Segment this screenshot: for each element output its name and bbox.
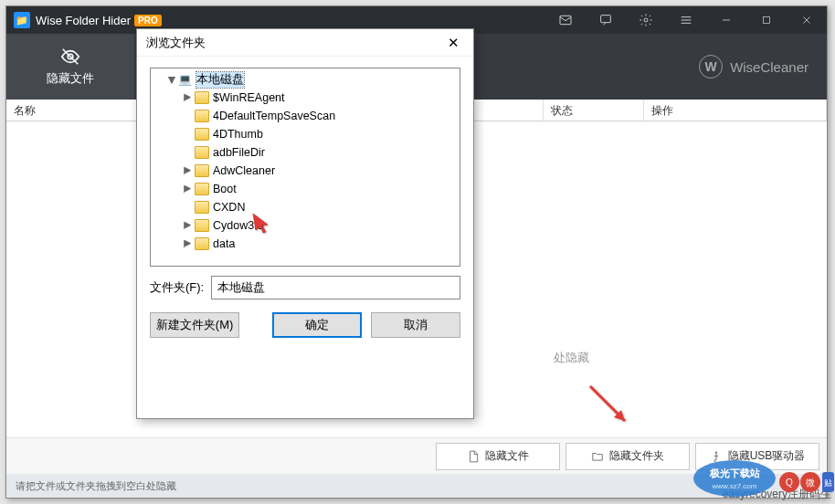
dialog-buttons: 新建文件夹(M) 确定 取消 <box>150 312 460 338</box>
tree-node[interactable]: ⯈Cydow3.0 <box>151 216 460 235</box>
svg-point-2 <box>644 18 648 22</box>
tree-node[interactable]: 4DefaultTempSaveScan <box>151 107 460 125</box>
tree-node[interactable]: ⯈data <box>151 235 460 253</box>
tree-node[interactable]: 4DThumb <box>151 125 460 143</box>
tree-node-label: 4DThumb <box>213 128 263 141</box>
bottom-bar: 隐藏文件 隐藏文件夹 隐藏USB驱动器 <box>6 437 827 474</box>
expand-arrow-icon[interactable]: ⯈ <box>182 239 195 249</box>
drop-hint: 处隐藏 <box>554 350 589 366</box>
svg-rect-1 <box>601 16 611 23</box>
app-title: Wise Folder Hider <box>36 14 131 27</box>
brand-text: WiseCleaner <box>730 59 809 75</box>
tree-node-label: 4DefaultTempSaveScan <box>213 110 335 122</box>
dialog-title: 浏览文件夹 <box>146 35 206 51</box>
dialog-titlebar: 浏览文件夹 ✕ <box>137 29 473 57</box>
tree-node[interactable]: ⯈$WinREAgent <box>151 89 460 107</box>
ok-button[interactable]: 确定 <box>272 312 362 338</box>
brand: W WiseCleaner <box>699 55 809 79</box>
folder-tree[interactable]: ⯆ 💻 本地磁盘 ⯈$WinREAgent4DefaultTempSaveSca… <box>150 68 460 267</box>
folder-field-input[interactable] <box>211 276 460 299</box>
expand-arrow-icon[interactable]: ⯈ <box>182 184 195 194</box>
folder-icon <box>195 91 209 104</box>
file-icon <box>467 450 480 463</box>
menu-icon[interactable] <box>666 6 706 34</box>
folder-icon <box>195 183 209 195</box>
tab-label: 隐藏文件 <box>47 70 94 87</box>
tree-node-label: $WinREAgent <box>213 91 285 104</box>
expand-arrow-icon[interactable]: ⯈ <box>182 221 195 231</box>
tree-node[interactable]: ⯈AdwCleaner <box>151 162 460 180</box>
status-text: 请把文件或文件夹拖拽到空白处隐藏 <box>16 479 176 493</box>
minimize-button[interactable] <box>706 6 746 34</box>
tree-node-label: Boot <box>213 183 237 195</box>
dialog-close-button[interactable]: ✕ <box>442 32 464 54</box>
folder-icon <box>591 450 604 463</box>
folder-icon <box>195 237 209 250</box>
collapse-arrow-icon[interactable]: ⯆ <box>165 75 178 85</box>
brand-logo-icon: W <box>699 55 723 79</box>
hide-folder-button[interactable]: 隐藏文件夹 <box>565 443 690 470</box>
folder-field-row: 文件夹(F): <box>150 276 460 299</box>
hide-file-button[interactable]: 隐藏文件 <box>436 443 560 470</box>
svg-rect-0 <box>560 16 571 24</box>
folder-icon <box>195 201 209 214</box>
eye-slash-icon <box>60 47 80 67</box>
cancel-button[interactable]: 取消 <box>371 312 460 338</box>
expand-arrow-icon[interactable]: ⯈ <box>182 93 195 103</box>
expand-arrow-icon[interactable]: ⯈ <box>182 166 195 176</box>
folder-icon <box>195 110 209 122</box>
usb-icon <box>710 450 723 463</box>
folder-icon <box>195 146 209 159</box>
tree-node[interactable]: ⯈Boot <box>151 180 460 198</box>
folder-icon <box>195 164 209 177</box>
tree-node-label: Cydow3.0 <box>213 219 264 232</box>
tree-node-label: AdwCleaner <box>213 164 275 177</box>
gear-icon[interactable] <box>626 6 666 34</box>
app-icon: 📁 <box>14 12 30 28</box>
pro-badge: PRO <box>134 15 162 26</box>
tab-hide-file[interactable]: 隐藏文件 <box>6 34 134 100</box>
folder-icon <box>195 128 209 141</box>
tree-root-node[interactable]: ⯆ 💻 本地磁盘 <box>151 70 460 89</box>
tree-node-label: data <box>213 237 235 250</box>
statusbar: 请把文件或文件夹拖拽到空白处隐藏 <box>6 474 827 498</box>
col-status[interactable]: 状态 <box>544 100 644 121</box>
folder-field-label: 文件夹(F): <box>150 279 204 296</box>
bg-window-text: easyrecovery注册码生 <box>723 487 831 502</box>
tree-node-label: 本地磁盘 <box>196 72 244 88</box>
svg-rect-3 <box>764 17 770 24</box>
drive-icon: 💻 <box>178 73 193 86</box>
new-folder-button[interactable]: 新建文件夹(M) <box>150 312 239 338</box>
tree-node-label: CXDN <box>213 201 245 214</box>
mail-icon[interactable] <box>545 6 586 34</box>
hide-usb-button[interactable]: 隐藏USB驱动器 <box>695 443 819 470</box>
tree-node[interactable]: adbFileDir <box>151 143 460 162</box>
tree-node-label: adbFileDir <box>213 146 265 159</box>
col-action[interactable]: 操作 <box>644 100 827 121</box>
tree-node[interactable]: CXDN <box>151 198 460 216</box>
browse-folder-dialog: 浏览文件夹 ✕ ⯆ 💻 本地磁盘 ⯈$WinREAgent4DefaultTem… <box>136 28 474 419</box>
close-button[interactable] <box>787 6 827 34</box>
folder-icon <box>195 219 209 232</box>
maximize-button[interactable] <box>746 6 787 34</box>
feedback-icon[interactable] <box>586 6 626 34</box>
